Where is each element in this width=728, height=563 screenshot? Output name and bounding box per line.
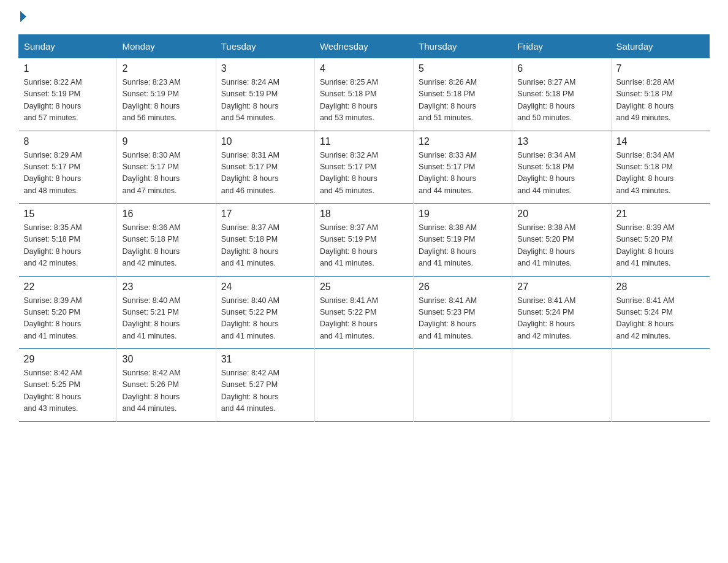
calendar-cell-w2-d5: 13 Sunrise: 8:34 AMSunset: 5:18 PMDaylig… bbox=[512, 131, 611, 204]
calendar-cell-w5-d3 bbox=[314, 349, 413, 422]
day-number: 19 bbox=[419, 209, 507, 220]
calendar-cell-w1-d3: 4 Sunrise: 8:25 AMSunset: 5:18 PMDayligh… bbox=[314, 58, 413, 131]
day-info: Sunrise: 8:34 AMSunset: 5:18 PMDaylight:… bbox=[517, 150, 605, 197]
day-info: Sunrise: 8:26 AMSunset: 5:18 PMDaylight:… bbox=[419, 77, 507, 124]
day-info: Sunrise: 8:38 AMSunset: 5:20 PMDaylight:… bbox=[517, 222, 605, 270]
calendar-cell-w4-d1: 23 Sunrise: 8:40 AMSunset: 5:21 PMDaylig… bbox=[117, 276, 216, 349]
day-info: Sunrise: 8:38 AMSunset: 5:19 PMDaylight:… bbox=[419, 222, 507, 270]
day-info: Sunrise: 8:39 AMSunset: 5:20 PMDaylight:… bbox=[24, 295, 112, 343]
calendar-cell-w4-d4: 26 Sunrise: 8:41 AMSunset: 5:23 PMDaylig… bbox=[414, 276, 512, 349]
day-info: Sunrise: 8:42 AMSunset: 5:27 PMDaylight:… bbox=[221, 367, 309, 415]
day-info: Sunrise: 8:32 AMSunset: 5:17 PMDaylight:… bbox=[320, 150, 408, 197]
calendar-cell-w3-d6: 21 Sunrise: 8:39 AMSunset: 5:20 PMDaylig… bbox=[611, 204, 710, 277]
day-info: Sunrise: 8:31 AMSunset: 5:17 PMDaylight:… bbox=[221, 150, 309, 197]
day-info: Sunrise: 8:24 AMSunset: 5:19 PMDaylight:… bbox=[221, 77, 309, 124]
calendar-body: 1 Sunrise: 8:22 AMSunset: 5:19 PMDayligh… bbox=[19, 58, 710, 422]
header-tuesday: Tuesday bbox=[216, 35, 314, 58]
day-info: Sunrise: 8:30 AMSunset: 5:17 PMDaylight:… bbox=[122, 150, 210, 197]
calendar-cell-w1-d5: 6 Sunrise: 8:27 AMSunset: 5:18 PMDayligh… bbox=[512, 58, 611, 131]
calendar-cell-w2-d3: 11 Sunrise: 8:32 AMSunset: 5:17 PMDaylig… bbox=[314, 131, 413, 204]
calendar-cell-w5-d2: 31 Sunrise: 8:42 AMSunset: 5:27 PMDaylig… bbox=[216, 349, 314, 422]
day-info: Sunrise: 8:40 AMSunset: 5:21 PMDaylight:… bbox=[122, 295, 210, 343]
day-info: Sunrise: 8:29 AMSunset: 5:17 PMDaylight:… bbox=[24, 150, 112, 197]
day-number: 1 bbox=[24, 63, 112, 74]
day-number: 18 bbox=[320, 209, 408, 220]
day-info: Sunrise: 8:40 AMSunset: 5:22 PMDaylight:… bbox=[221, 295, 309, 343]
calendar-cell-w5-d4 bbox=[414, 349, 512, 422]
day-number: 14 bbox=[616, 136, 705, 147]
day-number: 28 bbox=[616, 282, 705, 293]
calendar-cell-w4-d5: 27 Sunrise: 8:41 AMSunset: 5:24 PMDaylig… bbox=[512, 276, 611, 349]
calendar-cell-w2-d0: 8 Sunrise: 8:29 AMSunset: 5:17 PMDayligh… bbox=[19, 131, 117, 204]
calendar-cell-w4-d3: 25 Sunrise: 8:41 AMSunset: 5:22 PMDaylig… bbox=[314, 276, 413, 349]
calendar-cell-w3-d0: 15 Sunrise: 8:35 AMSunset: 5:18 PMDaylig… bbox=[19, 204, 117, 277]
calendar-cell-w5-d0: 29 Sunrise: 8:42 AMSunset: 5:25 PMDaylig… bbox=[19, 349, 117, 422]
logo-arrow-icon bbox=[20, 11, 26, 22]
day-number: 15 bbox=[24, 209, 112, 220]
week-row-5: 29 Sunrise: 8:42 AMSunset: 5:25 PMDaylig… bbox=[19, 349, 710, 422]
page-header bbox=[18, 12, 710, 23]
day-info: Sunrise: 8:41 AMSunset: 5:24 PMDaylight:… bbox=[517, 295, 605, 343]
day-number: 6 bbox=[517, 63, 605, 74]
calendar-cell-w3-d2: 17 Sunrise: 8:37 AMSunset: 5:18 PMDaylig… bbox=[216, 204, 314, 277]
calendar-cell-w1-d6: 7 Sunrise: 8:28 AMSunset: 5:18 PMDayligh… bbox=[611, 58, 710, 131]
calendar-cell-w5-d6 bbox=[611, 349, 710, 422]
calendar-cell-w3-d5: 20 Sunrise: 8:38 AMSunset: 5:20 PMDaylig… bbox=[512, 204, 611, 277]
day-info: Sunrise: 8:35 AMSunset: 5:18 PMDaylight:… bbox=[24, 222, 112, 270]
calendar-table: Sunday Monday Tuesday Wednesday Thursday… bbox=[18, 34, 710, 422]
day-info: Sunrise: 8:25 AMSunset: 5:18 PMDaylight:… bbox=[320, 77, 408, 124]
day-info: Sunrise: 8:41 AMSunset: 5:24 PMDaylight:… bbox=[616, 295, 705, 343]
day-info: Sunrise: 8:37 AMSunset: 5:18 PMDaylight:… bbox=[221, 222, 309, 270]
day-info: Sunrise: 8:27 AMSunset: 5:18 PMDaylight:… bbox=[517, 77, 605, 124]
day-number: 10 bbox=[221, 136, 309, 147]
day-info: Sunrise: 8:41 AMSunset: 5:23 PMDaylight:… bbox=[419, 295, 507, 343]
day-number: 31 bbox=[221, 354, 309, 365]
header-friday: Friday bbox=[512, 35, 611, 58]
day-info: Sunrise: 8:42 AMSunset: 5:25 PMDaylight:… bbox=[24, 367, 112, 415]
day-number: 23 bbox=[122, 282, 210, 293]
calendar-header: Sunday Monday Tuesday Wednesday Thursday… bbox=[19, 35, 710, 58]
calendar-cell-w2-d4: 12 Sunrise: 8:33 AMSunset: 5:17 PMDaylig… bbox=[414, 131, 512, 204]
day-info: Sunrise: 8:23 AMSunset: 5:19 PMDaylight:… bbox=[122, 77, 210, 124]
header-saturday: Saturday bbox=[611, 35, 710, 58]
day-info: Sunrise: 8:36 AMSunset: 5:18 PMDaylight:… bbox=[122, 222, 210, 270]
day-number: 16 bbox=[122, 209, 210, 220]
day-number: 20 bbox=[517, 209, 605, 220]
day-number: 27 bbox=[517, 282, 605, 293]
day-info: Sunrise: 8:22 AMSunset: 5:19 PMDaylight:… bbox=[24, 77, 112, 124]
day-info: Sunrise: 8:41 AMSunset: 5:22 PMDaylight:… bbox=[320, 295, 408, 343]
header-wednesday: Wednesday bbox=[314, 35, 413, 58]
calendar-cell-w4-d6: 28 Sunrise: 8:41 AMSunset: 5:24 PMDaylig… bbox=[611, 276, 710, 349]
day-number: 9 bbox=[122, 136, 210, 147]
calendar-cell-w1-d0: 1 Sunrise: 8:22 AMSunset: 5:19 PMDayligh… bbox=[19, 58, 117, 131]
day-number: 11 bbox=[320, 136, 408, 147]
day-number: 13 bbox=[517, 136, 605, 147]
week-row-3: 15 Sunrise: 8:35 AMSunset: 5:18 PMDaylig… bbox=[19, 204, 710, 277]
calendar-cell-w3-d3: 18 Sunrise: 8:37 AMSunset: 5:19 PMDaylig… bbox=[314, 204, 413, 277]
calendar-cell-w5-d1: 30 Sunrise: 8:42 AMSunset: 5:26 PMDaylig… bbox=[117, 349, 216, 422]
day-info: Sunrise: 8:37 AMSunset: 5:19 PMDaylight:… bbox=[320, 222, 408, 270]
day-number: 4 bbox=[320, 63, 408, 74]
day-number: 7 bbox=[616, 63, 705, 74]
day-info: Sunrise: 8:39 AMSunset: 5:20 PMDaylight:… bbox=[616, 222, 705, 270]
calendar-cell-w1-d2: 3 Sunrise: 8:24 AMSunset: 5:19 PMDayligh… bbox=[216, 58, 314, 131]
calendar-cell-w5-d5 bbox=[512, 349, 611, 422]
day-info: Sunrise: 8:42 AMSunset: 5:26 PMDaylight:… bbox=[122, 367, 210, 415]
day-number: 12 bbox=[419, 136, 507, 147]
week-row-1: 1 Sunrise: 8:22 AMSunset: 5:19 PMDayligh… bbox=[19, 58, 710, 131]
week-row-4: 22 Sunrise: 8:39 AMSunset: 5:20 PMDaylig… bbox=[19, 276, 710, 349]
calendar-cell-w2-d6: 14 Sunrise: 8:34 AMSunset: 5:18 PMDaylig… bbox=[611, 131, 710, 204]
day-number: 25 bbox=[320, 282, 408, 293]
day-info: Sunrise: 8:34 AMSunset: 5:18 PMDaylight:… bbox=[616, 150, 705, 197]
day-number: 26 bbox=[419, 282, 507, 293]
header-sunday: Sunday bbox=[19, 35, 117, 58]
day-number: 2 bbox=[122, 63, 210, 74]
week-row-2: 8 Sunrise: 8:29 AMSunset: 5:17 PMDayligh… bbox=[19, 131, 710, 204]
day-number: 17 bbox=[221, 209, 309, 220]
logo bbox=[18, 12, 26, 23]
calendar-cell-w4-d0: 22 Sunrise: 8:39 AMSunset: 5:20 PMDaylig… bbox=[19, 276, 117, 349]
day-number: 21 bbox=[616, 209, 705, 220]
day-number: 29 bbox=[24, 354, 112, 365]
header-monday: Monday bbox=[117, 35, 216, 58]
day-number: 5 bbox=[419, 63, 507, 74]
